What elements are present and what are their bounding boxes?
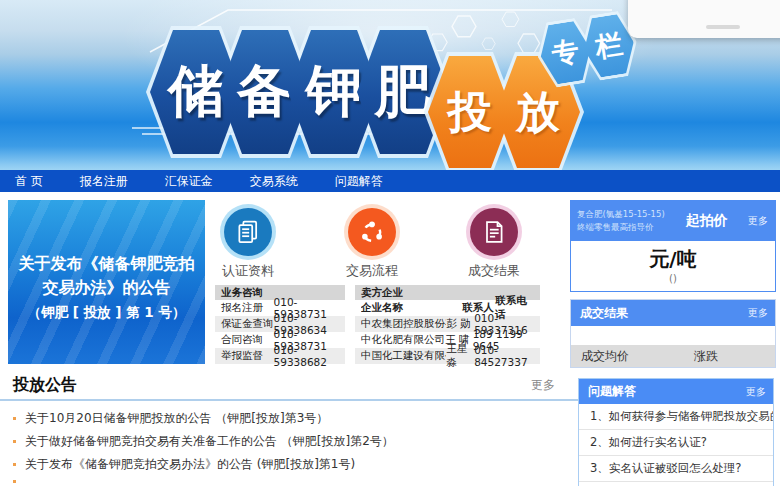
notice-more-link[interactable]: 更多 bbox=[531, 377, 578, 394]
trade-result-label: 成交结果 bbox=[454, 262, 534, 280]
result-panel-header: 成交结果 更多 bbox=[571, 300, 775, 326]
banner-sub-char: 投 bbox=[448, 83, 492, 142]
price-label-line1: 复合肥(氯基15-15-15) bbox=[577, 208, 665, 221]
starting-price-panel: 复合肥(氯基15-15-15) 终端零售最高指导价 起拍价 更多 元/吨 () bbox=[570, 200, 776, 292]
nav-item-deposit[interactable]: 汇保证金 bbox=[165, 173, 213, 190]
seller-company: 中农集团控股股份有限公司 bbox=[361, 317, 446, 331]
table-row: 举报监督 010-59338682 bbox=[215, 348, 345, 364]
notice-list-item[interactable]: 关于做好储备钾肥竞拍交易有关准备工作的公告 （钾肥[投放]第2号） bbox=[13, 433, 394, 450]
price-panel-sublabel: 复合肥(氯基15-15-15) 终端零售最高指导价 bbox=[571, 208, 665, 234]
trade-process-button[interactable] bbox=[348, 208, 396, 256]
biz-label: 保证金查询 bbox=[221, 317, 274, 331]
faq-item[interactable]: 4、如何预存储备钾肥交易保证金? bbox=[579, 482, 773, 486]
nav-item-trade-system[interactable]: 交易系统 bbox=[250, 173, 298, 190]
nav-item-home[interactable]: 首 页 bbox=[15, 173, 43, 190]
notice-item-text: 关于做好储备钾肥竞拍交易有关准备工作的公告 （钾肥[投放]第2号） bbox=[25, 433, 394, 450]
biz-phone: 010-59338682 bbox=[274, 344, 339, 368]
faq-item[interactable]: 3、实名认证被驳回怎么处理? bbox=[579, 456, 773, 482]
banner-sub-char: 放 bbox=[516, 83, 560, 142]
price-sub: () bbox=[571, 273, 775, 284]
price-panel-title: 起拍价 bbox=[665, 212, 748, 230]
notice-title: 投放公告 bbox=[0, 375, 531, 396]
cert-materials-button[interactable] bbox=[224, 208, 272, 256]
result-empty-row bbox=[571, 326, 775, 345]
bullet-icon bbox=[13, 480, 16, 483]
faq-panel-header: 问题解答 更多 bbox=[579, 379, 773, 404]
biz-label: 合同咨询 bbox=[221, 333, 274, 347]
trade-process-label: 交易流程 bbox=[332, 262, 412, 280]
banner: 储 备 钾 肥 投 放 专 栏 bbox=[0, 0, 780, 170]
card-line3: （钾肥 [ 投放 ] 第 1 号） bbox=[8, 300, 205, 324]
documents-icon bbox=[234, 218, 262, 246]
notice-list-item[interactable] bbox=[13, 480, 25, 483]
avg-price-label: 成交均价 bbox=[571, 348, 629, 365]
price-unit: 元/吨 bbox=[571, 241, 775, 273]
banner-title-char: 钾 bbox=[306, 54, 362, 130]
table-row: 中国化工建设有限公司 王星淼 010-84527337 bbox=[355, 348, 540, 364]
cert-materials-label: 认证资料 bbox=[208, 262, 288, 280]
card-line2: 交易办法》的公告 bbox=[8, 276, 205, 300]
overlay-popup bbox=[628, 0, 780, 38]
faq-panel: 问题解答 更多 1、如何获得参与储备钾肥投放交易的权限? 2、如何进行实名认证?… bbox=[578, 378, 774, 486]
business-contact-table: 业务咨询 报名注册 010-59338731 保证金查询 010-5933863… bbox=[215, 285, 345, 364]
notice-list-item[interactable]: 关于发布《储备钾肥竞拍交易办法》的公告 (钾肥[投放]第1号) bbox=[13, 456, 355, 473]
featured-announcement-card[interactable]: 关于发布《储备钾肥竞拍 交易办法》的公告 （钾肥 [ 投放 ] 第 1 号） bbox=[8, 200, 205, 364]
banner-tag-char: 栏 bbox=[593, 26, 625, 66]
biz-label: 举报监督 bbox=[221, 349, 274, 363]
seller-contact: 王星淼 bbox=[446, 342, 474, 370]
price-label-line2: 终端零售最高指导价 bbox=[577, 221, 665, 234]
bullet-icon bbox=[13, 417, 16, 420]
card-text: 关于发布《储备钾肥竞拍 交易办法》的公告 （钾肥 [ 投放 ] 第 1 号） bbox=[8, 252, 205, 324]
biz-label: 报名注册 bbox=[221, 301, 274, 315]
faq-panel-title: 问题解答 bbox=[579, 383, 746, 400]
result-summary-row: 成交均价 涨跌 bbox=[571, 345, 775, 367]
nav-item-faq[interactable]: 问题解答 bbox=[335, 173, 383, 190]
price-panel-body: 元/吨 () bbox=[571, 241, 775, 291]
seller-phone: 010-84527337 bbox=[474, 344, 534, 368]
notice-item-text: 关于发布《储备钾肥竞拍交易办法》的公告 (钾肥[投放]第1号) bbox=[25, 456, 355, 473]
seller-company: 中国化工建设有限公司 bbox=[361, 349, 446, 363]
notice-item-text: 关于10月20日储备钾肥投放的公告 （钾肥[投放]第3号） bbox=[25, 410, 328, 427]
faq-item[interactable]: 1、如何获得参与储备钾肥投放交易的权限? bbox=[579, 404, 773, 430]
faq-more-link[interactable]: 更多 bbox=[746, 385, 773, 399]
price-panel-header: 复合肥(氯基15-15-15) 终端零售最高指导价 起拍价 更多 bbox=[571, 201, 775, 241]
seller-contact: 彭 勋 bbox=[446, 317, 474, 331]
card-line1: 关于发布《储备钾肥竞拍 bbox=[8, 252, 205, 276]
price-more-link[interactable]: 更多 bbox=[748, 214, 775, 228]
notice-section-header: 投放公告 更多 bbox=[0, 372, 578, 401]
banner-title-char: 备 bbox=[237, 54, 293, 130]
result-more-link[interactable]: 更多 bbox=[748, 306, 775, 320]
bullet-icon bbox=[13, 463, 16, 466]
result-document-icon bbox=[480, 218, 508, 246]
nav-item-register[interactable]: 报名注册 bbox=[80, 173, 128, 190]
share-network-icon bbox=[358, 218, 386, 246]
notice-list-item[interactable]: 关于10月20日储备钾肥投放的公告 （钾肥[投放]第3号） bbox=[13, 410, 328, 427]
overlay-popup-placeholder bbox=[706, 25, 740, 29]
trade-result-button[interactable] bbox=[470, 208, 518, 256]
banner-title-char: 肥 bbox=[375, 54, 431, 130]
seller-table: 卖方企业 企业名称 联系人 联系电话 中农集团控股股份有限公司 彭 勋 010-… bbox=[355, 285, 540, 364]
trade-result-panel: 成交结果 更多 成交均价 涨跌 bbox=[570, 299, 776, 368]
page: 储 备 钾 肥 投 放 专 栏 首 页 报名注册 汇保证金 交易系统 问题解答 … bbox=[0, 0, 780, 486]
change-label: 涨跌 bbox=[694, 348, 718, 365]
faq-item[interactable]: 2、如何进行实名认证? bbox=[579, 430, 773, 456]
bullet-icon bbox=[13, 440, 16, 443]
col-company: 企业名称 bbox=[361, 301, 462, 315]
main-nav: 首 页 报名注册 汇保证金 交易系统 问题解答 bbox=[0, 170, 780, 192]
banner-tag-char: 专 bbox=[549, 33, 581, 73]
banner-title-char: 储 bbox=[168, 54, 224, 130]
seller-company: 中化化肥有限公司 bbox=[361, 333, 445, 347]
result-panel-title: 成交结果 bbox=[571, 305, 748, 322]
